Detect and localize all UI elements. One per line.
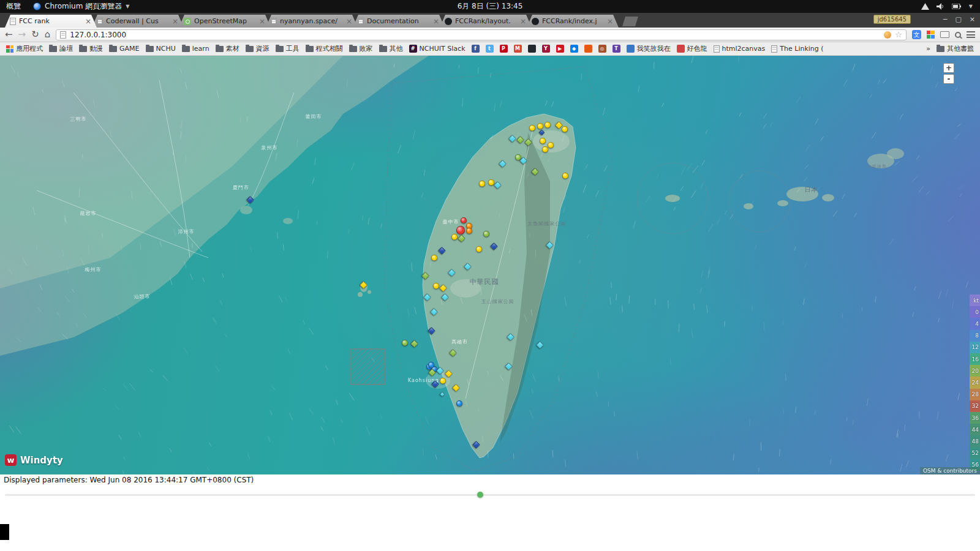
back-button[interactable]: ←	[5, 30, 13, 39]
map-marker-cyan-diamond[interactable]	[499, 160, 507, 168]
bookmark-twitch[interactable]: T	[610, 44, 623, 53]
map-marker-blue-diamond[interactable]	[431, 380, 439, 388]
bookmark-haoselong[interactable]: 好色龍	[674, 43, 710, 54]
map-marker-yellow-circle[interactable]	[537, 123, 543, 129]
bookmark-NCHU[interactable]: NCHU	[143, 44, 178, 53]
map-attribution[interactable]: OSM & contributors	[920, 467, 980, 474]
clock[interactable]: 6月 8日 (三) 13:45	[458, 1, 523, 12]
bookmark-slack[interactable]: #NCHUIT Slack	[407, 44, 468, 53]
map-marker-cyan-diamond[interactable]	[546, 241, 554, 249]
tab-close-icon[interactable]: ×	[172, 18, 179, 24]
system-menu-caret-icon[interactable]: ▼	[969, 4, 973, 9]
home-button[interactable]: ⌂	[45, 30, 51, 39]
map-marker-blue2-circle[interactable]	[428, 362, 434, 368]
map-marker-green-diamond[interactable]	[531, 168, 539, 176]
map-marker-yellow-circle[interactable]	[451, 234, 458, 240]
map-marker-blue-diamond[interactable]	[539, 130, 545, 136]
zoom-in-button[interactable]: +	[943, 63, 954, 73]
address-bar[interactable]: 127.0.0.1:3000 ☆	[56, 29, 907, 40]
translate-icon[interactable]: 文	[912, 30, 921, 39]
bookmark-dropbox[interactable]: ◆	[568, 44, 581, 53]
tab-close-icon[interactable]: ×	[606, 18, 614, 24]
bookmark-github[interactable]	[526, 44, 538, 53]
map-marker-cyan-diamond[interactable]	[508, 135, 516, 143]
map-marker-blue-diamond[interactable]	[472, 441, 480, 449]
timeline-handle[interactable]	[477, 492, 483, 498]
maximize-button[interactable]: ▢	[955, 15, 961, 23]
map-marker-cyan-diamond[interactable]	[505, 362, 513, 370]
map-marker-yellow-circle[interactable]	[431, 255, 437, 261]
tab-close-icon[interactable]: ×	[432, 18, 440, 24]
close-button[interactable]: ×	[970, 15, 975, 23]
map-marker-yellow-diamond[interactable]	[445, 370, 453, 378]
map-marker-yellow-diamond[interactable]	[360, 281, 368, 289]
bookmark-yahoo[interactable]: Y	[540, 44, 552, 53]
map-marker-green-diamond[interactable]	[421, 272, 429, 280]
bookmark-twitter[interactable]: t	[483, 44, 496, 53]
bookmarks-overflow-button[interactable]: »	[924, 44, 933, 53]
map-marker-green-diamond[interactable]	[458, 235, 466, 243]
minimize-button[interactable]: ─	[943, 15, 948, 23]
forward-button[interactable]: →	[18, 30, 26, 39]
map-marker-green-diamond[interactable]	[516, 136, 524, 144]
zoom-out-button[interactable]: -	[943, 74, 954, 84]
tab[interactable]: Coderwall | Cus×	[92, 15, 184, 28]
tab[interactable]: FCC rank×	[5, 15, 97, 28]
bookmark-應用程式[interactable]: 應用程式	[4, 43, 45, 54]
apps-grid-icon[interactable]	[927, 31, 935, 39]
map-marker-cyan-diamond[interactable]	[448, 269, 456, 277]
bookmark-資源[interactable]: 資源	[243, 43, 272, 54]
map-marker-cyan-diamond[interactable]	[536, 341, 544, 349]
bookmark-woxiao[interactable]: 我笑故我在	[624, 43, 673, 54]
bookmark-instagram[interactable]: ◎	[596, 44, 609, 53]
bookmark-gmail[interactable]: M	[511, 44, 524, 53]
map-marker-yellow-circle[interactable]	[562, 173, 568, 179]
new-tab-button[interactable]	[622, 17, 638, 26]
map-marker-yellow-circle[interactable]	[542, 146, 548, 152]
map-marker-cyan-diamond[interactable]	[439, 392, 444, 397]
weather-map[interactable]: 中華民國玉山國家公園太魯閣國家公園臺中市高雄市Kaohsiung日本与那国島泉州…	[0, 56, 980, 474]
tab[interactable]: FCCRank/layout.×	[440, 15, 532, 28]
search-icon[interactable]	[955, 32, 961, 38]
map-marker-red-circle[interactable]	[461, 217, 467, 223]
volume-icon[interactable]	[937, 3, 944, 10]
map-marker-cyan-diamond[interactable]	[507, 333, 514, 341]
map-marker-yellow-circle[interactable]	[540, 138, 546, 144]
bookmark-learn[interactable]: learn	[179, 44, 212, 53]
battery-icon[interactable]	[952, 4, 962, 9]
map-marker-green-diamond[interactable]	[410, 340, 418, 348]
map-marker-orange-circle[interactable]	[466, 228, 472, 234]
bookmark-orange-site[interactable]	[582, 44, 595, 53]
tab-close-icon[interactable]: ×	[258, 18, 266, 24]
reload-button[interactable]: ↻	[31, 30, 39, 39]
map-marker-yellow-circle[interactable]	[548, 142, 554, 148]
map-marker-cyan-diamond[interactable]	[494, 181, 502, 189]
map-marker-blue-diamond[interactable]	[438, 247, 446, 255]
overview-button[interactable]: 概覽	[6, 1, 21, 12]
bookmark-論壇[interactable]: 論壇	[47, 43, 75, 54]
bookmark-工具[interactable]: 工具	[273, 43, 302, 54]
map-marker-yellow-circle[interactable]	[433, 283, 439, 289]
map-marker-yellow-diamond[interactable]	[439, 284, 447, 292]
bookmark-The Linking ([interactable]: The Linking (	[769, 44, 826, 53]
map-marker-yellow-circle[interactable]	[476, 246, 482, 252]
tab-close-icon[interactable]: ×	[345, 18, 353, 24]
screen-capture-icon[interactable]	[940, 31, 949, 38]
tab[interactable]: Documentation×	[353, 15, 445, 28]
tab-close-icon[interactable]: ×	[519, 18, 527, 24]
tab[interactable]: nyannyan.space/×	[266, 15, 358, 28]
bookmark-youtube[interactable]: ▶	[554, 44, 567, 53]
app-indicator[interactable]: Chromium 網頁瀏覽器 ▼	[33, 1, 129, 12]
tab[interactable]: FCCRank/index.j×	[527, 15, 619, 28]
bookmark-html2canvas[interactable]: html2canvas	[711, 44, 768, 53]
bookmark-star-icon[interactable]: ☆	[895, 30, 902, 39]
map-marker-blue-diamond[interactable]	[490, 243, 498, 251]
tab-close-icon[interactable]: ×	[85, 18, 92, 24]
other-bookmarks-folder[interactable]: 其他書籤	[934, 43, 976, 54]
menu-icon[interactable]	[967, 31, 975, 38]
map-marker-yellow-circle[interactable]	[545, 122, 551, 128]
map-marker-cyan-diamond[interactable]	[436, 367, 444, 375]
bookmark-pinterest[interactable]: P	[497, 44, 510, 53]
map-marker-yellow-diamond[interactable]	[452, 384, 460, 392]
bookmark-facebook[interactable]: f	[469, 44, 482, 53]
